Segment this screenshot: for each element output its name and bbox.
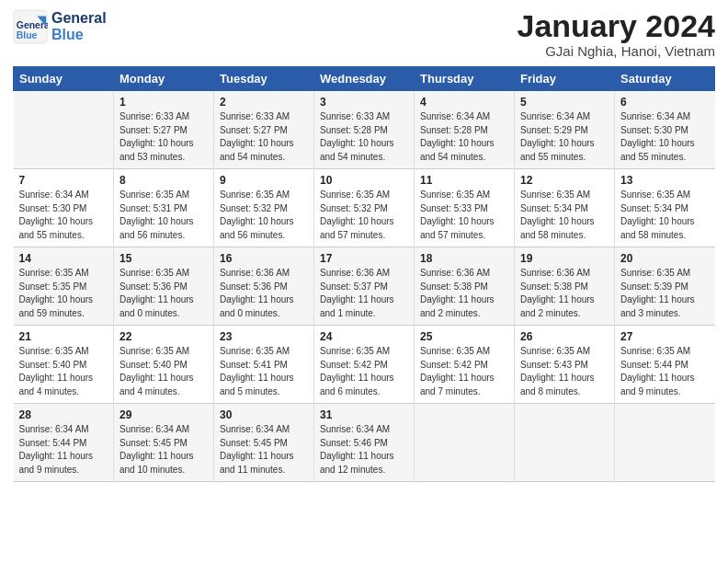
day-number: 27 xyxy=(620,330,710,343)
calendar-cell xyxy=(615,404,715,482)
calendar-cell: 28Sunrise: 6:34 AM Sunset: 5:44 PM Dayli… xyxy=(14,404,114,482)
calendar-cell: 7Sunrise: 6:34 AM Sunset: 5:30 PM Daylig… xyxy=(14,169,114,247)
day-number: 21 xyxy=(19,330,108,343)
calendar-cell: 6Sunrise: 6:34 AM Sunset: 5:30 PM Daylig… xyxy=(615,91,715,169)
calendar-cell: 22Sunrise: 6:35 AM Sunset: 5:40 PM Dayli… xyxy=(114,326,214,404)
day-number: 20 xyxy=(620,252,710,265)
day-info: Sunrise: 6:36 AM Sunset: 5:36 PM Dayligh… xyxy=(220,267,308,320)
day-info: Sunrise: 6:35 AM Sunset: 5:34 PM Dayligh… xyxy=(620,189,710,242)
day-info: Sunrise: 6:34 AM Sunset: 5:44 PM Dayligh… xyxy=(19,423,108,477)
calendar-cell: 2Sunrise: 6:33 AM Sunset: 5:27 PM Daylig… xyxy=(214,91,314,169)
calendar-cell: 1Sunrise: 6:33 AM Sunset: 5:27 PM Daylig… xyxy=(114,91,214,169)
day-info: Sunrise: 6:35 AM Sunset: 5:42 PM Dayligh… xyxy=(320,345,408,398)
calendar-cell: 13Sunrise: 6:35 AM Sunset: 5:34 PM Dayli… xyxy=(615,169,715,247)
col-header-thursday: Thursday xyxy=(415,67,515,91)
col-header-tuesday: Tuesday xyxy=(214,67,314,91)
day-info: Sunrise: 6:35 AM Sunset: 5:39 PM Dayligh… xyxy=(620,267,710,320)
calendar-cell: 3Sunrise: 6:33 AM Sunset: 5:28 PM Daylig… xyxy=(314,91,415,169)
day-number: 6 xyxy=(620,96,710,109)
day-info: Sunrise: 6:34 AM Sunset: 5:30 PM Dayligh… xyxy=(19,189,108,242)
svg-text:Blue: Blue xyxy=(17,30,38,40)
col-header-sunday: Sunday xyxy=(14,67,114,91)
day-info: Sunrise: 6:35 AM Sunset: 5:36 PM Dayligh… xyxy=(119,267,208,320)
week-row-5: 28Sunrise: 6:34 AM Sunset: 5:44 PM Dayli… xyxy=(14,404,715,482)
calendar-cell: 20Sunrise: 6:35 AM Sunset: 5:39 PM Dayli… xyxy=(615,247,715,326)
logo-icon: General Blue xyxy=(13,9,48,44)
week-row-4: 21Sunrise: 6:35 AM Sunset: 5:40 PM Dayli… xyxy=(14,326,715,404)
day-number: 9 xyxy=(220,174,308,187)
calendar-cell: 16Sunrise: 6:36 AM Sunset: 5:36 PM Dayli… xyxy=(214,247,314,326)
day-info: Sunrise: 6:35 AM Sunset: 5:32 PM Dayligh… xyxy=(320,189,408,242)
calendar-cell: 5Sunrise: 6:34 AM Sunset: 5:29 PM Daylig… xyxy=(515,91,615,169)
day-number: 16 xyxy=(220,252,308,265)
calendar-cell: 4Sunrise: 6:34 AM Sunset: 5:28 PM Daylig… xyxy=(415,91,515,169)
day-number: 25 xyxy=(420,330,508,343)
day-number: 31 xyxy=(320,408,408,421)
day-number: 3 xyxy=(320,96,408,109)
day-number: 26 xyxy=(520,330,609,343)
calendar-cell: 9Sunrise: 6:35 AM Sunset: 5:32 PM Daylig… xyxy=(214,169,314,247)
day-info: Sunrise: 6:35 AM Sunset: 5:40 PM Dayligh… xyxy=(119,345,208,398)
main-container: General Blue General Blue January 2024 G… xyxy=(0,0,728,491)
logo-text: General Blue xyxy=(51,10,107,42)
day-info: Sunrise: 6:35 AM Sunset: 5:34 PM Dayligh… xyxy=(520,189,609,242)
day-number: 28 xyxy=(19,408,108,421)
day-info: Sunrise: 6:34 AM Sunset: 5:45 PM Dayligh… xyxy=(220,423,308,477)
day-number: 14 xyxy=(19,252,108,265)
logo-general: General xyxy=(51,10,107,27)
day-info: Sunrise: 6:35 AM Sunset: 5:43 PM Dayligh… xyxy=(520,345,609,398)
day-info: Sunrise: 6:34 AM Sunset: 5:46 PM Dayligh… xyxy=(320,423,408,477)
day-info: Sunrise: 6:35 AM Sunset: 5:41 PM Dayligh… xyxy=(220,345,308,398)
week-row-3: 14Sunrise: 6:35 AM Sunset: 5:35 PM Dayli… xyxy=(14,247,715,326)
calendar-cell: 27Sunrise: 6:35 AM Sunset: 5:44 PM Dayli… xyxy=(615,326,715,404)
day-number: 11 xyxy=(420,174,508,187)
calendar-cell: 23Sunrise: 6:35 AM Sunset: 5:41 PM Dayli… xyxy=(214,326,314,404)
day-info: Sunrise: 6:35 AM Sunset: 5:40 PM Dayligh… xyxy=(19,345,108,398)
day-number: 4 xyxy=(420,96,508,109)
col-header-wednesday: Wednesday xyxy=(314,67,415,91)
day-info: Sunrise: 6:34 AM Sunset: 5:30 PM Dayligh… xyxy=(620,110,710,164)
day-info: Sunrise: 6:33 AM Sunset: 5:27 PM Dayligh… xyxy=(220,110,308,164)
col-header-monday: Monday xyxy=(114,67,214,91)
day-info: Sunrise: 6:34 AM Sunset: 5:29 PM Dayligh… xyxy=(520,110,609,164)
title-block: January 2024 GJai Nghia, Hanoi, Vietnam xyxy=(518,9,716,59)
calendar-cell: 24Sunrise: 6:35 AM Sunset: 5:42 PM Dayli… xyxy=(314,326,415,404)
calendar-cell: 25Sunrise: 6:35 AM Sunset: 5:42 PM Dayli… xyxy=(415,326,515,404)
day-info: Sunrise: 6:36 AM Sunset: 5:38 PM Dayligh… xyxy=(520,267,609,320)
calendar-cell: 14Sunrise: 6:35 AM Sunset: 5:35 PM Dayli… xyxy=(14,247,114,326)
calendar-cell: 12Sunrise: 6:35 AM Sunset: 5:34 PM Dayli… xyxy=(515,169,615,247)
day-number: 7 xyxy=(19,174,108,187)
day-number: 22 xyxy=(119,330,208,343)
day-info: Sunrise: 6:36 AM Sunset: 5:38 PM Dayligh… xyxy=(420,267,508,320)
day-number: 1 xyxy=(119,96,208,109)
calendar-cell: 29Sunrise: 6:34 AM Sunset: 5:45 PM Dayli… xyxy=(114,404,214,482)
calendar-cell: 10Sunrise: 6:35 AM Sunset: 5:32 PM Dayli… xyxy=(314,169,415,247)
calendar-cell xyxy=(14,91,114,169)
day-info: Sunrise: 6:35 AM Sunset: 5:31 PM Dayligh… xyxy=(119,189,208,242)
calendar-cell: 8Sunrise: 6:35 AM Sunset: 5:31 PM Daylig… xyxy=(114,169,214,247)
calendar-cell: 18Sunrise: 6:36 AM Sunset: 5:38 PM Dayli… xyxy=(415,247,515,326)
day-number: 19 xyxy=(520,252,609,265)
day-number: 5 xyxy=(520,96,609,109)
month-title: January 2024 xyxy=(518,9,716,43)
calendar-cell: 21Sunrise: 6:35 AM Sunset: 5:40 PM Dayli… xyxy=(14,326,114,404)
week-row-1: 1Sunrise: 6:33 AM Sunset: 5:27 PM Daylig… xyxy=(14,91,715,169)
day-number: 2 xyxy=(220,96,308,109)
day-number: 15 xyxy=(119,252,208,265)
week-row-2: 7Sunrise: 6:34 AM Sunset: 5:30 PM Daylig… xyxy=(14,169,715,247)
calendar-cell: 19Sunrise: 6:36 AM Sunset: 5:38 PM Dayli… xyxy=(515,247,615,326)
location: GJai Nghia, Hanoi, Vietnam xyxy=(518,43,716,59)
day-number: 13 xyxy=(620,174,710,187)
calendar-cell: 11Sunrise: 6:35 AM Sunset: 5:33 PM Dayli… xyxy=(415,169,515,247)
calendar-table: SundayMondayTuesdayWednesdayThursdayFrid… xyxy=(13,66,715,482)
calendar-cell: 31Sunrise: 6:34 AM Sunset: 5:46 PM Dayli… xyxy=(314,404,415,482)
day-info: Sunrise: 6:34 AM Sunset: 5:28 PM Dayligh… xyxy=(420,110,508,164)
col-header-saturday: Saturday xyxy=(615,67,715,91)
day-number: 29 xyxy=(119,408,208,421)
day-info: Sunrise: 6:35 AM Sunset: 5:42 PM Dayligh… xyxy=(420,345,508,398)
calendar-cell: 17Sunrise: 6:36 AM Sunset: 5:37 PM Dayli… xyxy=(314,247,415,326)
calendar-cell: 15Sunrise: 6:35 AM Sunset: 5:36 PM Dayli… xyxy=(114,247,214,326)
header-row: SundayMondayTuesdayWednesdayThursdayFrid… xyxy=(14,67,715,91)
day-number: 12 xyxy=(520,174,609,187)
header: General Blue General Blue January 2024 G… xyxy=(13,9,715,59)
